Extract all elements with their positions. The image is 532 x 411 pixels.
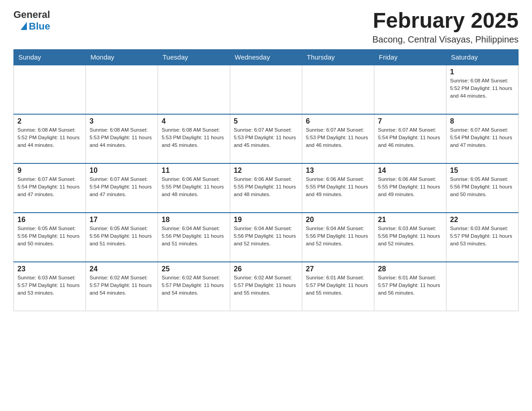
- day-info: Sunrise: 6:06 AM Sunset: 5:55 PM Dayligh…: [234, 176, 298, 199]
- calendar-week-row: 1Sunrise: 6:08 AM Sunset: 5:52 PM Daylig…: [14, 65, 519, 114]
- logo-blue-text: Blue: [29, 21, 50, 32]
- calendar-day-cell: 11Sunrise: 6:06 AM Sunset: 5:55 PM Dayli…: [158, 163, 230, 213]
- day-number: 8: [450, 117, 515, 125]
- day-number: 25: [162, 265, 226, 273]
- day-number: 23: [17, 265, 82, 273]
- day-info: Sunrise: 6:07 AM Sunset: 5:53 PM Dayligh…: [234, 126, 298, 150]
- calendar-day-cell: 19Sunrise: 6:04 AM Sunset: 5:56 PM Dayli…: [230, 213, 302, 262]
- day-number: 17: [90, 216, 154, 224]
- calendar-week-row: 16Sunrise: 6:05 AM Sunset: 5:56 PM Dayli…: [14, 213, 519, 262]
- day-number: 15: [450, 167, 515, 175]
- calendar-day-cell: 10Sunrise: 6:07 AM Sunset: 5:54 PM Dayli…: [86, 163, 158, 213]
- day-info: Sunrise: 6:07 AM Sunset: 5:53 PM Dayligh…: [306, 126, 370, 150]
- calendar-day-cell: 20Sunrise: 6:04 AM Sunset: 5:56 PM Dayli…: [302, 213, 374, 262]
- calendar-day-cell: [86, 65, 158, 114]
- day-info: Sunrise: 6:05 AM Sunset: 5:56 PM Dayligh…: [17, 225, 82, 248]
- day-info: Sunrise: 6:02 AM Sunset: 5:57 PM Dayligh…: [162, 274, 226, 297]
- calendar-day-cell: [374, 65, 446, 114]
- logo: General Blue: [13, 9, 50, 32]
- day-info: Sunrise: 6:08 AM Sunset: 5:52 PM Dayligh…: [17, 126, 82, 150]
- calendar-day-cell: 18Sunrise: 6:04 AM Sunset: 5:56 PM Dayli…: [158, 213, 230, 262]
- day-info: Sunrise: 6:08 AM Sunset: 5:53 PM Dayligh…: [162, 126, 226, 150]
- day-info: Sunrise: 6:08 AM Sunset: 5:53 PM Dayligh…: [90, 126, 154, 150]
- day-info: Sunrise: 6:05 AM Sunset: 5:56 PM Dayligh…: [450, 176, 515, 199]
- day-number: 7: [378, 117, 442, 125]
- calendar-day-cell: 12Sunrise: 6:06 AM Sunset: 5:55 PM Dayli…: [230, 163, 302, 213]
- calendar-day-cell: 9Sunrise: 6:07 AM Sunset: 5:54 PM Daylig…: [14, 163, 86, 213]
- day-of-week-header: Wednesday: [230, 49, 302, 65]
- calendar-day-cell: 16Sunrise: 6:05 AM Sunset: 5:56 PM Dayli…: [14, 213, 86, 262]
- calendar-body: 1Sunrise: 6:08 AM Sunset: 5:52 PM Daylig…: [14, 65, 519, 311]
- month-title: February 2025: [373, 9, 519, 33]
- day-of-week-header: Tuesday: [158, 49, 230, 65]
- location-subtitle: Bacong, Central Visayas, Philippines: [373, 34, 519, 45]
- calendar-day-cell: 28Sunrise: 6:01 AM Sunset: 5:57 PM Dayli…: [374, 262, 446, 311]
- day-number: 9: [17, 167, 82, 175]
- day-number: 10: [90, 167, 154, 175]
- calendar-day-cell: 26Sunrise: 6:02 AM Sunset: 5:57 PM Dayli…: [230, 262, 302, 311]
- day-number: 3: [90, 117, 154, 125]
- day-of-week-header: Monday: [86, 49, 158, 65]
- calendar-day-cell: 17Sunrise: 6:05 AM Sunset: 5:56 PM Dayli…: [86, 213, 158, 262]
- calendar-day-cell: 13Sunrise: 6:06 AM Sunset: 5:55 PM Dayli…: [302, 163, 374, 213]
- day-number: 13: [306, 167, 370, 175]
- day-number: 28: [378, 265, 442, 273]
- day-number: 19: [234, 216, 298, 224]
- day-number: 12: [234, 167, 298, 175]
- calendar-day-cell: 24Sunrise: 6:02 AM Sunset: 5:57 PM Dayli…: [86, 262, 158, 311]
- logo-triangle-icon: [21, 22, 27, 30]
- calendar-day-cell: 5Sunrise: 6:07 AM Sunset: 5:53 PM Daylig…: [230, 114, 302, 163]
- calendar-day-cell: 3Sunrise: 6:08 AM Sunset: 5:53 PM Daylig…: [86, 114, 158, 163]
- day-number: 14: [378, 167, 442, 175]
- day-info: Sunrise: 6:04 AM Sunset: 5:56 PM Dayligh…: [162, 225, 226, 248]
- calendar-day-cell: 1Sunrise: 6:08 AM Sunset: 5:52 PM Daylig…: [446, 65, 519, 114]
- day-number: 18: [162, 216, 226, 224]
- day-info: Sunrise: 6:07 AM Sunset: 5:54 PM Dayligh…: [90, 176, 154, 199]
- day-info: Sunrise: 6:06 AM Sunset: 5:55 PM Dayligh…: [162, 176, 226, 199]
- day-number: 26: [234, 265, 298, 273]
- calendar-day-cell: [158, 65, 230, 114]
- calendar-week-row: 9Sunrise: 6:07 AM Sunset: 5:54 PM Daylig…: [14, 163, 519, 213]
- calendar-table: SundayMondayTuesdayWednesdayThursdayFrid…: [13, 49, 519, 312]
- day-info: Sunrise: 6:02 AM Sunset: 5:57 PM Dayligh…: [234, 274, 298, 297]
- calendar-header: SundayMondayTuesdayWednesdayThursdayFrid…: [14, 49, 519, 65]
- day-info: Sunrise: 6:03 AM Sunset: 5:57 PM Dayligh…: [17, 274, 82, 297]
- day-info: Sunrise: 6:05 AM Sunset: 5:56 PM Dayligh…: [90, 225, 154, 248]
- day-number: 20: [306, 216, 370, 224]
- day-number: 11: [162, 167, 226, 175]
- day-number: 6: [306, 117, 370, 125]
- day-info: Sunrise: 6:08 AM Sunset: 5:52 PM Dayligh…: [450, 77, 515, 100]
- day-number: 22: [450, 216, 515, 224]
- day-header-row: SundayMondayTuesdayWednesdayThursdayFrid…: [14, 49, 519, 65]
- calendar-day-cell: 15Sunrise: 6:05 AM Sunset: 5:56 PM Dayli…: [446, 163, 519, 213]
- calendar-day-cell: 2Sunrise: 6:08 AM Sunset: 5:52 PM Daylig…: [14, 114, 86, 163]
- day-number: 27: [306, 265, 370, 273]
- day-info: Sunrise: 6:03 AM Sunset: 5:56 PM Dayligh…: [378, 225, 442, 248]
- calendar-day-cell: [14, 65, 86, 114]
- calendar-day-cell: 25Sunrise: 6:02 AM Sunset: 5:57 PM Dayli…: [158, 262, 230, 311]
- day-of-week-header: Friday: [374, 49, 446, 65]
- calendar-day-cell: 7Sunrise: 6:07 AM Sunset: 5:54 PM Daylig…: [374, 114, 446, 163]
- day-info: Sunrise: 6:04 AM Sunset: 5:56 PM Dayligh…: [234, 225, 298, 248]
- day-of-week-header: Thursday: [302, 49, 374, 65]
- logo-general-text: General: [13, 9, 50, 21]
- calendar-day-cell: 8Sunrise: 6:07 AM Sunset: 5:54 PM Daylig…: [446, 114, 519, 163]
- day-number: 1: [450, 68, 515, 76]
- calendar-day-cell: 27Sunrise: 6:01 AM Sunset: 5:57 PM Dayli…: [302, 262, 374, 311]
- calendar-day-cell: 22Sunrise: 6:03 AM Sunset: 5:57 PM Dayli…: [446, 213, 519, 262]
- calendar-week-row: 2Sunrise: 6:08 AM Sunset: 5:52 PM Daylig…: [14, 114, 519, 163]
- day-info: Sunrise: 6:03 AM Sunset: 5:57 PM Dayligh…: [450, 225, 515, 248]
- day-number: 21: [378, 216, 442, 224]
- page-header: General Blue February 2025 Bacong, Centr…: [13, 9, 519, 45]
- day-info: Sunrise: 6:07 AM Sunset: 5:54 PM Dayligh…: [450, 126, 515, 150]
- calendar-day-cell: 4Sunrise: 6:08 AM Sunset: 5:53 PM Daylig…: [158, 114, 230, 163]
- title-block: February 2025 Bacong, Central Visayas, P…: [373, 9, 519, 45]
- day-number: 5: [234, 117, 298, 125]
- day-of-week-header: Saturday: [446, 49, 519, 65]
- day-info: Sunrise: 6:01 AM Sunset: 5:57 PM Dayligh…: [306, 274, 370, 297]
- calendar-day-cell: [230, 65, 302, 114]
- calendar-day-cell: [446, 262, 519, 311]
- day-info: Sunrise: 6:06 AM Sunset: 5:55 PM Dayligh…: [378, 176, 442, 199]
- day-of-week-header: Sunday: [14, 49, 86, 65]
- day-number: 2: [17, 117, 82, 125]
